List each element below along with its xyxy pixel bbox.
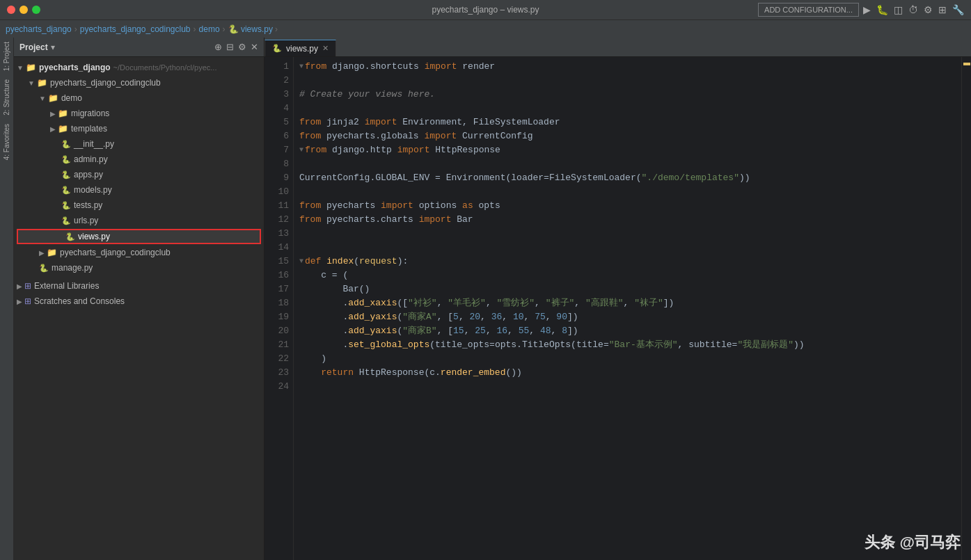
code-line-12: from pyecharts.charts import Bar [299, 213, 956, 227]
tree-item-apps[interactable]: 🐍 apps.py [14, 167, 264, 182]
editor-content: 1 2 3 4 5 6 7 8 9 10 11 12 13 14 15 16 1… [265, 57, 971, 560]
tab-close-button[interactable]: ✕ [322, 44, 329, 53]
build-icon[interactable]: ⚙ [922, 3, 934, 17]
breadcrumb-folder2[interactable]: demo [199, 24, 220, 34]
run-icon[interactable]: ▶ [862, 3, 872, 17]
tree-item-models[interactable]: 🐍 models.py [14, 182, 264, 198]
breadcrumb-folder1[interactable]: pyecharts_django_codingclub [80, 24, 191, 34]
scratches-label: Scratches and Consoles [34, 296, 125, 306]
migrations-icon: 📁 [58, 109, 68, 118]
root-path: ~/Documents/Python/cl/pyec... [113, 63, 217, 72]
breadcrumb-file[interactable]: 🐍 views.py [228, 24, 273, 34]
ln-1: 1 [265, 60, 289, 74]
breadcrumb-end-arrow: › [275, 24, 278, 34]
templates-label: templates [71, 124, 107, 134]
tree-item-tests[interactable]: 🐍 tests.py [14, 198, 264, 213]
fold-arrow-1[interactable]: ▼ [299, 60, 303, 74]
manage-file-icon: 🐍 [39, 264, 49, 273]
breadcrumb-sep2: › [194, 24, 196, 34]
ln-24: 24 [265, 380, 289, 394]
titlebar: pyecharts_django – views.py ADD CONFIGUR… [0, 0, 971, 19]
settings-icon[interactable]: ⚙ [238, 42, 246, 52]
tree-item-demo[interactable]: ▼ 📁 demo [14, 90, 264, 106]
breadcrumb-root[interactable]: pyecharts_django [6, 24, 72, 34]
ln-4: 4 [265, 102, 289, 115]
tree-item-views[interactable]: 🐍 views.py [17, 229, 261, 244]
ln-23: 23 [265, 366, 289, 380]
close-button[interactable] [7, 6, 15, 14]
migrations-arrow: ▶ [50, 110, 56, 118]
tests-file-icon: 🐍 [61, 201, 71, 210]
tree-item-urls[interactable]: 🐍 urls.py [14, 213, 264, 228]
codingclub-label: pyecharts_django_codingclub [50, 78, 161, 88]
minimize-button[interactable] [19, 6, 28, 14]
ln-16: 16 [265, 269, 289, 282]
line-numbers: 1 2 3 4 5 6 7 8 9 10 11 12 13 14 15 16 1… [265, 57, 294, 560]
tree-item-init[interactable]: 🐍 __init__.py [14, 136, 264, 152]
maximize-button[interactable] [32, 6, 40, 14]
demo-icon: 📁 [48, 93, 58, 103]
codingclub2-icon: 📁 [47, 248, 57, 257]
tree-item-root[interactable]: ▼ 📁 pyecharts_django ~/Documents/Python/… [14, 60, 264, 75]
tree-item-manage[interactable]: 🐍 manage.py [14, 260, 264, 275]
close-panel-icon[interactable]: ✕ [251, 42, 258, 52]
coverage-icon[interactable]: ◫ [892, 3, 904, 17]
tree-item-admin[interactable]: 🐍 admin.py [14, 152, 264, 167]
sidebar-tab-favorites[interactable]: 4: Favorites [1, 120, 12, 164]
breadcrumb: pyecharts_django › pyecharts_django_codi… [0, 19, 971, 38]
root-arrow: ▼ [17, 64, 24, 72]
ln-17: 17 [265, 282, 289, 296]
code-line-3: # Create your views here. [299, 88, 956, 102]
tools-icon[interactable]: 🔧 [951, 3, 965, 17]
tree-item-codingclub[interactable]: ▼ 📁 pyecharts_django_codingclub [14, 75, 264, 90]
tree-item-scratches[interactable]: ▶ ⊞ Scratches and Consoles [14, 294, 264, 309]
sidebar-tab-structure[interactable]: 2: Structure [1, 75, 12, 120]
code-line-4 [299, 102, 956, 115]
tree-item-migrations[interactable]: ▶ 📁 migrations [14, 106, 264, 121]
urls-label: urls.py [74, 216, 98, 225]
code-line-2 [299, 74, 956, 88]
vcs-icon[interactable]: ⊞ [937, 3, 948, 17]
fold-arrow-7[interactable]: ▼ [299, 143, 303, 157]
scratches-arrow: ▶ [17, 298, 22, 305]
right-margin-indicator [961, 57, 971, 560]
code-line-1: ▼from django.shortcuts import render [299, 60, 956, 74]
code-line-6: from pyecharts.globals import CurrentCon… [299, 129, 956, 143]
ln-14: 14 [265, 241, 289, 255]
ln-3: 3 [265, 88, 289, 102]
profile-icon[interactable]: ⏱ [907, 3, 919, 17]
code-line-7: ▼from django.http import HttpResponse [299, 143, 956, 157]
project-panel-header: Project ▾ ⊕ ⊟ ⚙ ✕ [14, 38, 264, 57]
project-header-title: Project [19, 42, 48, 52]
ext-libs-icon: ⊞ [24, 281, 31, 291]
tree-item-codingclub2[interactable]: ▶ 📁 pyecharts_django_codingclub [14, 245, 264, 260]
init-label: __init__.py [74, 139, 114, 149]
models-file-icon: 🐍 [61, 186, 71, 195]
debug-icon[interactable]: 🐛 [875, 3, 890, 17]
code-line-24 [299, 380, 956, 394]
tab-file-icon: 🐍 [272, 44, 282, 53]
tab-label: views.py [286, 44, 318, 54]
project-panel: Project ▾ ⊕ ⊟ ⚙ ✕ ▼ 📁 pyecharts_django ~… [14, 38, 265, 560]
code-editor[interactable]: ▼from django.shortcuts import render # C… [294, 57, 961, 560]
collapse-all-icon[interactable]: ⊟ [226, 42, 234, 52]
code-line-16: c = ( [299, 269, 956, 282]
code-line-8 [299, 157, 956, 171]
demo-arrow: ▼ [39, 95, 46, 102]
editor-tab-views[interactable]: 🐍 views.py ✕ [265, 40, 336, 56]
tree-item-external-libs[interactable]: ▶ ⊞ External Libraries [14, 278, 264, 294]
code-line-5: from jinja2 import Environment, FileSyst… [299, 115, 956, 129]
tree-item-templates[interactable]: ▶ 📁 templates [14, 121, 264, 136]
code-line-10 [299, 185, 956, 199]
tests-label: tests.py [74, 200, 102, 210]
fold-arrow-15[interactable]: ▼ [299, 255, 303, 269]
add-configuration-button[interactable]: ADD CONFIGURATION... [758, 3, 859, 17]
code-line-19: .add_yaxis("商家A", [5, 20, 36, 10, 75, 90… [299, 310, 956, 324]
sidebar-tab-project[interactable]: 1: Project [1, 38, 12, 75]
ln-21: 21 [265, 338, 289, 352]
locate-file-icon[interactable]: ⊕ [214, 42, 222, 52]
root-label: pyecharts_django [39, 63, 111, 72]
project-header-dropdown[interactable]: ▾ [51, 42, 55, 52]
ext-libs-arrow: ▶ [17, 282, 22, 290]
codingclub-arrow: ▼ [28, 79, 35, 87]
